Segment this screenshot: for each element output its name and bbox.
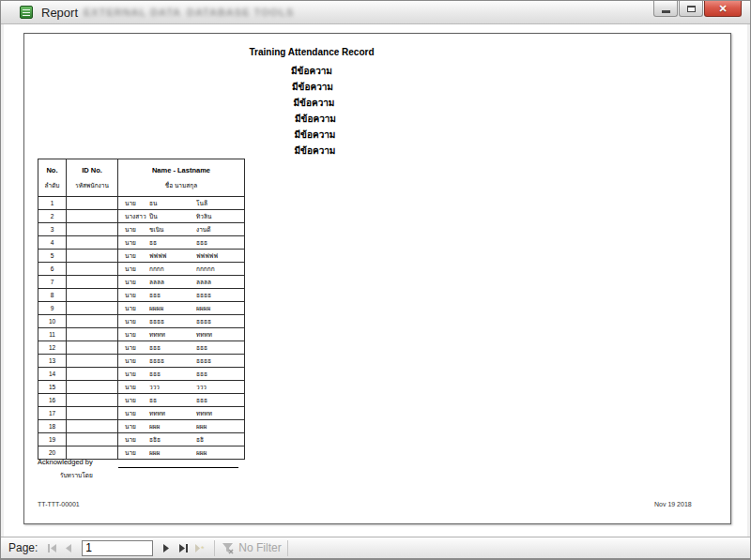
- cell-id: [67, 223, 118, 236]
- titlebar: Report EXTERNAL DATA DATABASE TOOLS ✕: [1, 1, 750, 24]
- cell-name: นางสาว ปีน ทิวลิน: [118, 210, 245, 223]
- cell-name-last: ทิวลิน: [196, 212, 211, 221]
- cell-name-first: ธธิธ: [149, 435, 161, 445]
- signature-line: [118, 467, 238, 468]
- table-row: 4 นาย ธธ ธธธ: [38, 236, 245, 250]
- table-row: 14 นาย ธธธ ธธธ: [38, 368, 245, 381]
- first-page-button[interactable]: [44, 540, 59, 555]
- previous-page-button[interactable]: [61, 540, 76, 555]
- cell-id: [67, 250, 118, 263]
- cell-name-last: ววว: [196, 383, 207, 392]
- header-id: ID No. รหัสพนักงาน: [67, 159, 118, 197]
- cell-name-title: นางสาว: [125, 212, 146, 221]
- cell-name: นาย ธธิธ ธธิ: [118, 433, 245, 446]
- cell-no: 1: [38, 197, 67, 210]
- cell-no: 10: [38, 315, 67, 328]
- cell-name-last: ทททท: [196, 330, 212, 340]
- cell-name-last: ธธธธ: [196, 356, 211, 366]
- cell-name-title: นาย: [125, 343, 136, 353]
- table-row: 8 นาย ธธธ ธธธธ: [38, 289, 245, 302]
- cell-name-last: ฟฟฟฟฟ: [196, 251, 218, 261]
- header-name-th: ชื่อ นามสกุล: [118, 181, 244, 190]
- header-name: Name - Lastname ชื่อ นามสกุล: [118, 159, 245, 197]
- cell-id: [67, 276, 118, 289]
- cell-no: 5: [38, 250, 67, 263]
- cell-no: 19: [38, 433, 67, 446]
- cell-name-last: กกกกก: [196, 265, 215, 274]
- maximize-button[interactable]: [679, 1, 703, 17]
- cell-no: 16: [38, 394, 67, 407]
- acknowledged-by-label: Acknowledged by: [38, 458, 93, 466]
- cell-name-first: ววว: [149, 383, 160, 392]
- close-button[interactable]: ✕: [704, 1, 742, 17]
- minimize-button[interactable]: [653, 1, 678, 17]
- last-page-button[interactable]: [176, 540, 191, 555]
- window-title: Report: [41, 6, 78, 20]
- last-page-icon: [178, 544, 189, 552]
- acknowledged-by-label-thai: รับทราบโดย: [60, 471, 93, 480]
- cell-name: นาย กกกก กกกกก: [118, 263, 245, 276]
- cell-name-title: นาย: [125, 330, 136, 340]
- cell-name-last: ธธธ: [196, 238, 207, 248]
- cell-name-first: ผผผ: [149, 448, 160, 458]
- table-row: 11 นาย ทททท ทททท: [38, 328, 245, 341]
- next-page-button[interactable]: [159, 540, 174, 555]
- minimize-icon: [662, 10, 670, 13]
- cell-no: 14: [38, 368, 67, 381]
- no-filter-label: No Filter: [238, 541, 281, 554]
- cell-name-last: ธธธ: [196, 396, 207, 405]
- maximize-icon: [687, 6, 696, 12]
- no-filter-icon: [221, 542, 235, 554]
- table-row: 5 นาย ฟฟฟฟ ฟฟฟฟฟ: [38, 250, 245, 263]
- cell-name-title: นาย: [125, 383, 136, 392]
- cell-name-first: ปีน: [149, 212, 158, 221]
- cell-name-last: ธธธ: [196, 370, 207, 379]
- first-page-icon: [47, 544, 57, 552]
- cell-name-first: ทททท: [149, 330, 165, 340]
- cell-name: นาย ธธธธ ธธธธ: [118, 315, 245, 328]
- cell-no: 4: [38, 236, 67, 250]
- cell-id: [67, 433, 118, 446]
- page-number-input[interactable]: [82, 540, 153, 556]
- cell-name: นาย ววว ววว: [118, 381, 245, 394]
- cell-name: นาย ธธ ธธธ: [118, 236, 245, 250]
- header-id-th: รหัสพนักงาน: [67, 181, 117, 190]
- ribbon-tab-database-tools: DATABASE TOOLS: [187, 7, 294, 18]
- cell-name-first: กกกก: [149, 265, 164, 274]
- cell-no: 9: [38, 302, 67, 315]
- message-line: มีข้อความ: [176, 95, 452, 111]
- report-title: Training Attendance Record: [171, 47, 452, 57]
- table-row: 3 นาย ชเนิน งานดี: [38, 223, 245, 236]
- cell-name-title: นาย: [125, 265, 136, 274]
- header-id-en: ID No.: [67, 166, 117, 174]
- cell-name: นาย ผผผ ผผผ: [118, 420, 245, 433]
- message-line: มีข้อความ: [177, 143, 452, 159]
- cell-name-title: นาย: [125, 356, 136, 366]
- cell-name: นาย ฟฟฟฟ ฟฟฟฟฟ: [118, 250, 245, 263]
- cell-name-title: นาย: [125, 422, 136, 431]
- filter-status[interactable]: No Filter: [221, 541, 281, 554]
- ribbon-tab-external-data: EXTERNAL DATA: [84, 7, 181, 18]
- cell-name-first: ลลลล: [149, 278, 164, 287]
- access-report-icon: [20, 6, 33, 19]
- new-record-button[interactable]: *: [192, 540, 207, 555]
- cell-name-last: งานดี: [196, 225, 211, 235]
- cell-name: นาย ลลลล ลลลล: [118, 276, 245, 289]
- new-record-icon: *: [194, 544, 207, 552]
- cell-name-last: ทททท: [196, 409, 212, 418]
- message-line: มีข้อความ: [177, 127, 452, 143]
- cell-no: 18: [38, 420, 67, 433]
- cell-name-first: ชเนิน: [149, 225, 164, 235]
- cell-id: [67, 328, 118, 341]
- cell-id: [67, 394, 118, 407]
- cell-name: นาย ทททท ทททท: [118, 407, 245, 420]
- cell-name: นาย ธธธ ธธธ: [118, 341, 245, 355]
- table-row: 13 นาย ธธธธ ธธธธ: [38, 355, 245, 368]
- cell-id: [67, 341, 118, 355]
- table-body: 1 นาย ธน โนลี 2: [38, 197, 245, 460]
- cell-id: [67, 355, 118, 368]
- table-row: 12 นาย ธธธ ธธธ: [38, 341, 245, 355]
- report-page: Training Attendance Record มีข้อความ มีข…: [23, 33, 731, 524]
- table-row: 17 นาย ทททท ทททท: [38, 407, 245, 420]
- table-row: 15 นาย ววว ววว: [38, 381, 245, 394]
